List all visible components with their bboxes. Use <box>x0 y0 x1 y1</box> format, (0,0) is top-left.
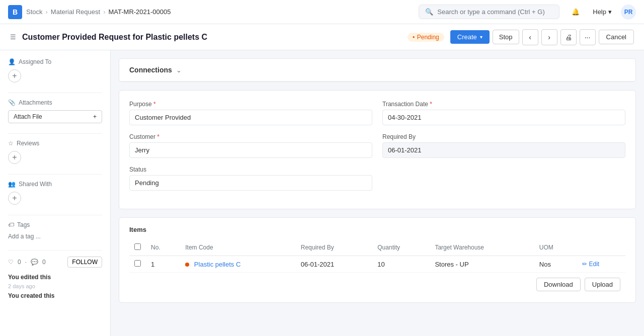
download-button[interactable]: Download <box>536 278 581 291</box>
purpose-required: * <box>153 101 156 108</box>
col-item-code: Item Code <box>180 239 295 256</box>
breadcrumb-sep-2: › <box>103 8 105 16</box>
add-review-button[interactable]: + <box>8 151 21 164</box>
reviews-section: ☆ Reviews + <box>8 140 102 164</box>
divider-1 <box>8 93 102 93</box>
assigned-to-label: 👤 Assigned To <box>8 58 102 65</box>
row-checkbox-cell <box>129 256 146 273</box>
status-group: Status <box>129 166 372 191</box>
add-shared-with-button[interactable]: + <box>8 192 21 205</box>
tags-label: 🏷 Tags <box>8 221 102 228</box>
divider-3 <box>8 174 102 175</box>
breadcrumb-current: MAT-MR-2021-00005 <box>108 8 171 16</box>
item-code-value: Plastic pellets C <box>194 261 240 268</box>
attach-plus-icon: + <box>93 113 97 120</box>
edit-icon: ✏ <box>582 261 587 268</box>
col-uom: UOM <box>534 239 577 256</box>
row-checkbox[interactable] <box>134 260 141 267</box>
add-tag-link[interactable]: Add a tag ... <box>8 233 41 240</box>
required-by-label: Required By <box>382 133 625 140</box>
add-assigned-to-button[interactable]: + <box>8 69 21 82</box>
prev-button[interactable]: ‹ <box>522 29 538 45</box>
topnav: B Stock › Material Request › MAT-MR-2021… <box>0 0 644 24</box>
status-label: Status <box>129 166 372 173</box>
connections-card: Connections ⌄ <box>119 58 636 82</box>
tag-icon: 🏷 <box>8 221 14 228</box>
print-button[interactable]: 🖨 <box>560 29 577 45</box>
breadcrumb-sep-1: › <box>46 8 48 16</box>
row-no: 1 <box>146 256 180 273</box>
row-item-code: Plastic pellets C <box>180 256 295 273</box>
cancel-button[interactable]: Cancel <box>599 30 634 44</box>
activity-section: ♡ 0 · 💬 0 FOLLOW You edited this 2 days … <box>8 257 102 301</box>
status-badge: Pending <box>408 33 444 42</box>
create-arrow-icon: ▾ <box>480 34 482 40</box>
search-box[interactable]: 🔍 Search or type a command (Ctrl + G) <box>419 5 559 19</box>
table-header-row: No. Item Code Required By Quantity Targe… <box>129 239 625 256</box>
edit-row-button[interactable]: ✏ Edit <box>582 261 600 268</box>
breadcrumb-stock[interactable]: Stock <box>26 8 43 16</box>
more-button[interactable]: ··· <box>580 29 596 45</box>
create-button[interactable]: Create ▾ <box>450 30 490 44</box>
col-target-warehouse: Target Warehouse <box>430 239 534 256</box>
app-logo[interactable]: B <box>8 5 22 19</box>
items-card: Items No. Item Code Required By Quantity… <box>119 217 636 303</box>
row-target-warehouse: Stores - UP <box>430 256 534 273</box>
heart-icon: ♡ <box>8 259 14 266</box>
connections-header: Connections ⌄ <box>119 59 635 81</box>
activity-1-time: 2 days ago <box>8 282 102 291</box>
help-chevron-icon: ▾ <box>608 8 612 16</box>
table-row: 1 Plastic pellets C 06-01-2021 10 Stores… <box>129 256 625 273</box>
help-menu[interactable]: Help ▾ <box>588 6 617 18</box>
col-no: No. <box>146 239 180 256</box>
shared-with-label: 👥 Shared With <box>8 181 102 188</box>
row-edit-cell: ✏ Edit <box>577 256 626 273</box>
purpose-label: Purpose * <box>129 101 372 108</box>
attachment-icon: 📎 <box>8 99 16 106</box>
required-by-input[interactable] <box>382 142 625 158</box>
status-input[interactable] <box>129 175 372 191</box>
item-status-dot <box>185 263 189 267</box>
status-spacer <box>382 166 625 191</box>
activity-log: You edited this 2 days ago You created t… <box>8 273 102 301</box>
customer-required: * <box>157 133 159 140</box>
sidebar-toggle-icon[interactable]: ☰ <box>10 33 16 41</box>
comment-count[interactable]: 0 <box>42 259 46 266</box>
items-table: No. Item Code Required By Quantity Targe… <box>129 239 625 273</box>
col-action <box>577 239 626 256</box>
customer-label: Customer * <box>129 133 372 140</box>
txn-date-required: * <box>430 101 432 108</box>
items-section: Items No. Item Code Required By Quantity… <box>119 218 635 302</box>
upload-button[interactable]: Upload <box>585 278 620 291</box>
attachments-section: 📎 Attachments Attach File + <box>8 99 102 123</box>
form-row-3: Status <box>129 166 625 191</box>
col-required-by: Required By <box>296 239 373 256</box>
attach-file-button[interactable]: Attach File + <box>8 110 102 123</box>
connections-toggle-icon[interactable]: ⌄ <box>176 66 182 74</box>
transaction-date-input[interactable] <box>382 110 625 125</box>
row-uom: Nos <box>534 256 577 273</box>
layout: 👤 Assigned To + 📎 Attachments Attach Fil… <box>0 50 644 336</box>
required-by-group: Required By <box>382 133 625 158</box>
customer-group: Customer * <box>129 133 372 158</box>
activity-meta: ♡ 0 · 💬 0 FOLLOW <box>8 257 102 268</box>
customer-input[interactable] <box>129 142 372 158</box>
row-quantity: 10 <box>372 256 430 273</box>
breadcrumb: Stock › Material Request › MAT-MR-2021-0… <box>26 8 171 16</box>
breadcrumb-material-request[interactable]: Material Request <box>51 8 100 16</box>
follow-button[interactable]: FOLLOW <box>67 257 102 268</box>
activity-item-2: You created this <box>8 291 102 301</box>
next-button[interactable]: › <box>541 29 557 45</box>
notifications-bell[interactable]: 🔔 <box>568 4 584 20</box>
search-placeholder: Search or type a command (Ctrl + G) <box>437 8 545 16</box>
select-all-checkbox[interactable] <box>134 243 141 250</box>
attach-file-label: Attach File <box>14 113 42 120</box>
purpose-input[interactable] <box>129 110 372 125</box>
comment-icon: 💬 <box>31 259 38 266</box>
sidebar: 👤 Assigned To + 📎 Attachments Attach Fil… <box>0 50 111 336</box>
stop-button[interactable]: Stop <box>493 30 519 44</box>
like-count[interactable]: 0 <box>18 259 21 266</box>
form-row-2: Customer * Required By <box>129 133 625 158</box>
page-header: ☰ Customer Provided Request for Plastic … <box>0 24 644 50</box>
user-avatar[interactable]: PR <box>621 5 636 20</box>
